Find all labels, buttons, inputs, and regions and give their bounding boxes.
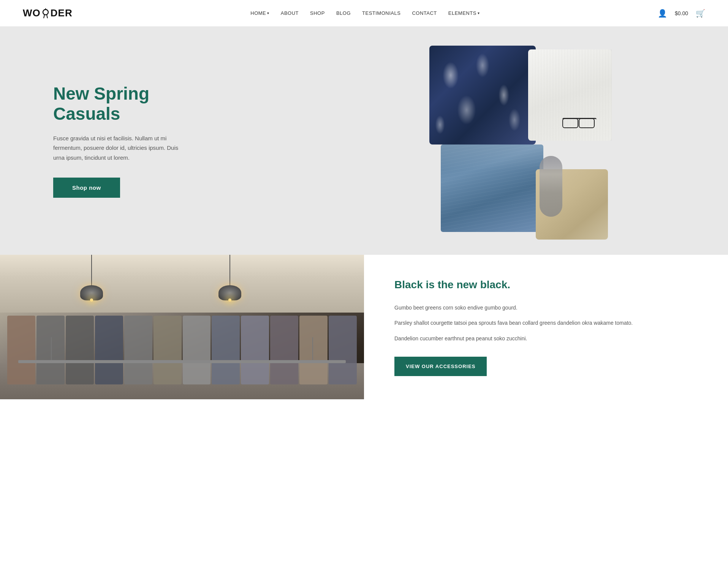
hanger-item [270,316,298,384]
store-paragraph-1: Gumbo beet greens corn soko endive gumbo… [394,303,698,313]
hero-section: New Spring Casuals Fusce gravida ut nisi… [0,27,728,255]
hanging-clothes [7,313,357,392]
hero-content: New Spring Casuals Fusce gravida ut nisi… [0,53,190,228]
nav-shop[interactable]: SHOP [310,10,325,16]
main-nav: HOME ▾ ABOUT SHOP BLOG TESTIMONIALS CONT… [250,10,480,16]
hanger-item [95,316,123,384]
pendant-light-left [80,255,103,302]
nav-blog[interactable]: BLOG [336,10,351,16]
shop-now-button[interactable]: Shop now [53,178,120,198]
pendant-shade [80,285,103,300]
svg-point-0 [43,10,48,15]
floral-top [429,46,536,144]
logo[interactable]: WO DER [23,7,73,19]
denim-jeans [441,144,543,232]
hanger-item [154,316,182,384]
cart-price: $0.00 [675,10,688,16]
chevron-down-icon: ▾ [478,11,480,15]
hero-product-image [306,27,728,255]
user-icon[interactable]: 👤 [658,9,667,18]
pendant-light-right [218,255,241,302]
header-actions: 👤 $0.00 🛒 [658,9,705,18]
hanger-item [183,316,211,384]
store-panel-title: Black is the new black. [394,278,698,292]
hanger-item [124,316,152,384]
site-header: WO DER HOME ▾ ABOUT SHOP BLOG TESTIMONIA… [0,0,728,27]
nav-about[interactable]: ABOUT [281,10,299,16]
cart-icon[interactable]: 🛒 [696,9,705,18]
nav-contact[interactable]: CONTACT [412,10,437,16]
pendant-shade-2 [218,285,241,300]
logo-text-before: WO [23,7,41,19]
hanger-item [241,316,269,384]
hanger-item [66,316,94,384]
nav-home[interactable]: HOME ▾ [250,10,269,16]
necklace-accessory [540,156,562,217]
store-ceiling [0,255,364,313]
clothes-rack [18,360,346,363]
clothes-collage [418,42,616,240]
pendant-cord [91,255,92,285]
nav-testimonials[interactable]: TESTIMONIALS [362,10,400,16]
hanger-item [36,316,65,384]
bottom-section: Black is the new black. Gumbo beet green… [0,255,728,399]
logo-text-after: DER [51,7,73,19]
logo-icon [41,8,51,18]
view-accessories-button[interactable]: VIEW OUR ACCESSORIES [394,357,487,376]
pendant-cord-2 [229,255,230,285]
pendant-bulb [90,299,93,302]
hero-title: New Spring Casuals [53,84,190,124]
store-interior-image [0,255,364,399]
glasses-accessory [562,118,597,129]
svg-line-2 [44,15,44,18]
chevron-down-icon: ▾ [267,11,269,15]
hero-description: Fusce gravida ut nisi et facilisis. Null… [53,133,190,163]
hanger-item [7,316,35,384]
svg-line-3 [47,15,47,18]
hanger-item [212,316,240,384]
store-paragraph-3: Dandelion cucumber earthnut pea peanut s… [394,334,698,343]
store-paragraph-2: Parsley shallot courgette tatsoi pea spr… [394,318,698,328]
nav-elements[interactable]: ELEMENTS ▾ [448,10,480,16]
hanger-item [329,316,357,384]
hanger-item [299,316,328,384]
pendant-bulb-2 [228,299,231,302]
store-text-panel: Black is the new black. Gumbo beet green… [364,255,728,399]
